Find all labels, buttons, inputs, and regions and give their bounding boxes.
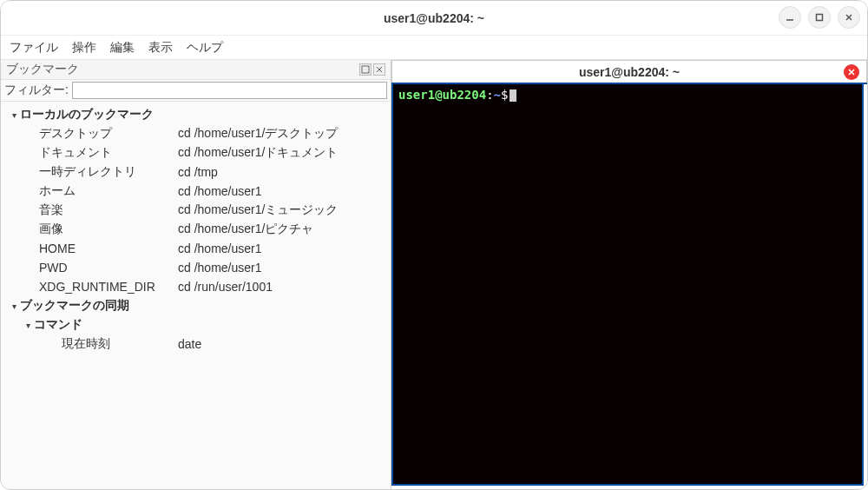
bookmark-command: cd /tmp [178, 165, 391, 179]
terminal-tab[interactable]: user1@ub2204: ~ [391, 60, 867, 83]
tree-subgroup-command[interactable]: ▾ コマンド [1, 315, 391, 334]
bookmark-command: cd /home/user1 [178, 261, 391, 275]
bookmark-item[interactable]: 現在時刻 date [1, 334, 391, 354]
terminal-view[interactable]: user1@ub2204:~$ [391, 84, 864, 486]
tree-group-label: ローカルのブックマーク [20, 107, 154, 122]
menubar: ファイル 操作 編集 表示 ヘルプ [1, 36, 867, 60]
prompt-dollar: $ [501, 88, 508, 102]
tree-group-label: ブックマークの同期 [20, 298, 129, 314]
bookmark-item[interactable]: ドキュメント cd /home/user1/ドキュメント [1, 143, 391, 162]
bookmark-name: デスクトップ [39, 126, 178, 142]
bookmark-command: cd /home/user1/デスクトップ [178, 126, 391, 142]
close-button[interactable] [838, 6, 860, 29]
bookmark-item[interactable]: 画像 cd /home/user1/ピクチャ [1, 220, 391, 239]
close-icon [844, 12, 854, 23]
bookmark-name: PWD [39, 261, 178, 275]
tree-subgroup-label: コマンド [34, 317, 82, 333]
minimize-button[interactable] [779, 6, 801, 29]
chevron-down-icon: ▾ [8, 110, 20, 120]
undock-icon [361, 65, 370, 74]
close-icon [847, 68, 856, 76]
bookmarks-panel-header: ブックマーク [1, 60, 391, 80]
tree-group-sync[interactable]: ▾ ブックマークの同期 [1, 296, 391, 315]
bookmark-name: XDG_RUNTIME_DIR [39, 280, 178, 294]
minimize-icon [785, 12, 795, 23]
menu-help[interactable]: ヘルプ [187, 40, 223, 56]
panel-undock-button[interactable] [359, 63, 372, 76]
terminal-panel: user1@ub2204: ~ user1@ub2204:~$ [391, 60, 867, 489]
window-title: user1@ub2204: ~ [384, 11, 484, 25]
bookmark-command: cd /home/user1/ドキュメント [178, 145, 391, 161]
bookmark-name: ホーム [39, 183, 178, 199]
prompt-user: user1@ub2204 [398, 88, 486, 102]
svg-rect-4 [362, 66, 369, 73]
menu-file[interactable]: ファイル [10, 40, 58, 56]
app-window: user1@ub2204: ~ ファイル 操作 編集 表示 ヘルプ ブックマーク [0, 0, 868, 490]
terminal-cursor [510, 89, 516, 102]
bookmark-item[interactable]: XDG_RUNTIME_DIR cd /run/user/1001 [1, 277, 391, 296]
bookmark-name: 画像 [39, 222, 178, 237]
filter-input[interactable] [72, 82, 387, 99]
prompt-path: ~ [494, 88, 501, 102]
bookmark-item[interactable]: PWD cd /home/user1 [1, 258, 391, 277]
filter-row: フィルター: [1, 80, 391, 102]
bookmark-item[interactable]: デスクトップ cd /home/user1/デスクトップ [1, 124, 391, 143]
bookmark-command: date [178, 337, 391, 351]
main-body: ブックマーク フィルター: ▾ ローカルのブックマーク [1, 60, 867, 489]
bookmark-command: cd /home/user1/ピクチャ [178, 222, 391, 237]
bookmark-name: HOME [39, 242, 178, 255]
bookmark-command: cd /home/user1 [178, 184, 391, 198]
bookmark-item[interactable]: 音楽 cd /home/user1/ミュージック [1, 201, 391, 220]
panel-close-button[interactable] [373, 63, 385, 76]
menu-edit[interactable]: 編集 [110, 40, 135, 56]
bookmark-command: cd /run/user/1001 [178, 280, 391, 294]
bookmarks-panel-title: ブックマーク [6, 62, 79, 77]
prompt-colon: : [486, 88, 493, 102]
tab-close-button[interactable] [844, 64, 859, 80]
menu-actions[interactable]: 操作 [72, 40, 96, 56]
bookmark-command: cd /home/user1 [178, 242, 391, 255]
bookmark-tree: ▾ ローカルのブックマーク デスクトップ cd /home/user1/デスクト… [1, 102, 391, 489]
window-controls [779, 6, 860, 29]
titlebar: user1@ub2204: ~ [1, 1, 867, 36]
maximize-button[interactable] [808, 6, 831, 29]
svg-rect-1 [817, 15, 823, 21]
chevron-down-icon: ▾ [22, 321, 34, 330]
bookmark-name: 現在時刻 [62, 336, 178, 352]
tree-group-local[interactable]: ▾ ローカルのブックマーク [1, 105, 391, 124]
bookmark-name: 一時ディレクトリ [39, 164, 178, 180]
bookmark-name: ドキュメント [39, 145, 178, 161]
menu-view[interactable]: 表示 [148, 40, 173, 56]
chevron-down-icon: ▾ [8, 301, 20, 311]
bookmark-command: cd /home/user1/ミュージック [178, 202, 391, 218]
bookmark-item[interactable]: 一時ディレクトリ cd /tmp [1, 162, 391, 182]
bookmark-item[interactable]: HOME cd /home/user1 [1, 239, 391, 258]
filter-label: フィルター: [4, 83, 72, 98]
bookmark-name: 音楽 [39, 202, 178, 218]
bookmarks-panel: ブックマーク フィルター: ▾ ローカルのブックマーク [1, 60, 391, 489]
terminal-tab-title: user1@ub2204: ~ [579, 65, 680, 79]
terminal-tab-strip: user1@ub2204: ~ [391, 60, 867, 84]
close-icon [375, 65, 384, 74]
maximize-icon [814, 12, 825, 23]
bookmark-item[interactable]: ホーム cd /home/user1 [1, 182, 391, 201]
